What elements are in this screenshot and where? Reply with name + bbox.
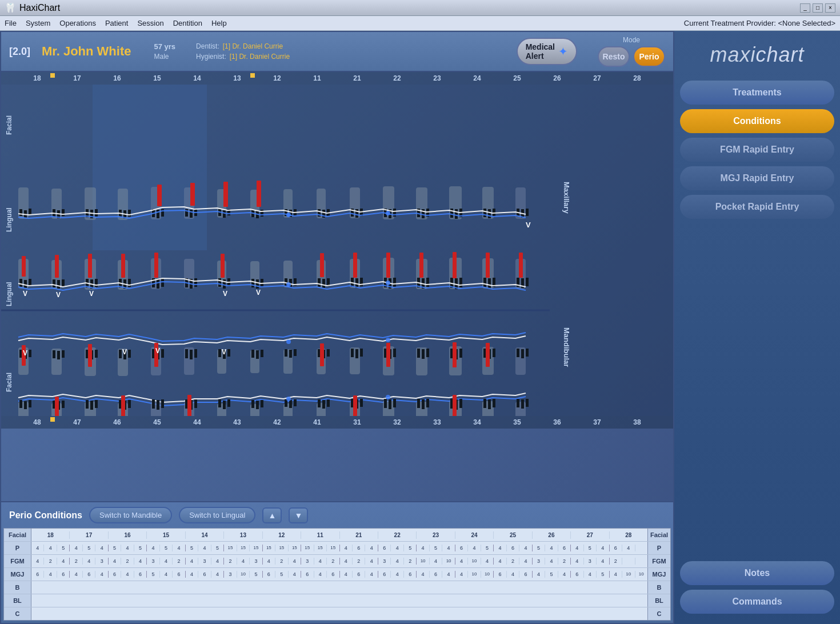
tooth-33[interactable]: 33	[417, 418, 457, 426]
tooth-12[interactable]: 12	[257, 74, 297, 82]
treatments-button[interactable]: Treatments	[680, 81, 834, 105]
menu-session[interactable]: Session	[137, 19, 163, 27]
chart-area: [2.0] Mr. John White 57 yrs Male Dentist…	[0, 31, 674, 624]
tooth-31[interactable]: 31	[337, 418, 377, 426]
tooth-26[interactable]: 26	[537, 74, 577, 82]
tooth-32[interactable]: 32	[377, 418, 417, 426]
svg-rect-208	[426, 349, 429, 357]
tooth-18[interactable]: 18	[17, 74, 57, 82]
tooth-25[interactable]: 25	[497, 74, 537, 82]
tooth-21[interactable]: 21	[337, 74, 377, 82]
svg-rect-261	[227, 399, 230, 407]
menu-operations[interactable]: Operations	[59, 19, 96, 27]
svg-rect-273	[360, 399, 363, 407]
grid-header-row: Facial 18 17 16 15 14 13 12 11 21 22	[4, 529, 670, 542]
svg-rect-192	[256, 350, 259, 359]
tooth-24[interactable]: 24	[457, 74, 497, 82]
mode-perio-button[interactable]: Perio	[633, 46, 665, 67]
svg-rect-109	[194, 278, 197, 287]
tooth-14[interactable]: 14	[177, 74, 217, 82]
tooth-48[interactable]: 48	[17, 418, 57, 426]
fgm-rapid-entry-button[interactable]: FGM Rapid Entry	[680, 138, 834, 162]
tooth-44[interactable]: 44	[177, 418, 217, 426]
grid-c-label: C	[4, 607, 31, 620]
svg-rect-216	[521, 349, 524, 358]
menu-file[interactable]: File	[5, 19, 17, 27]
svg-rect-66	[483, 209, 486, 217]
close-button[interactable]: ×	[825, 3, 835, 13]
tooth-42[interactable]: 42	[257, 418, 297, 426]
svg-rect-279	[426, 399, 429, 407]
perio-down-button[interactable]: ▼	[289, 507, 308, 523]
tooth-47[interactable]: 47	[57, 418, 97, 426]
svg-rect-270	[327, 399, 330, 407]
hygienist-value: [1] Dr. Daniel Currie	[230, 53, 290, 61]
tooth-41[interactable]: 41	[297, 418, 337, 426]
commands-button[interactable]: Commands	[680, 590, 834, 614]
svg-rect-269	[322, 400, 325, 409]
logo-text: maxi	[710, 43, 755, 66]
svg-rect-114	[256, 279, 259, 289]
grid-bl-row: BL BL	[4, 594, 670, 607]
tooth-37[interactable]: 37	[577, 418, 617, 426]
notes-button[interactable]: Notes	[680, 561, 834, 585]
tooth-43[interactable]: 43	[217, 418, 257, 426]
svg-rect-179	[119, 350, 122, 358]
svg-rect-262	[251, 400, 254, 408]
medical-alert-button[interactable]: MedicalAlert ✦	[517, 38, 577, 65]
conditions-button[interactable]: Conditions	[680, 109, 834, 133]
svg-rect-211	[459, 349, 462, 358]
svg-rect-149	[419, 253, 423, 278]
svg-rect-97	[62, 279, 65, 287]
pocket-rapid-entry-button[interactable]: Pocket Rapid Entry	[680, 195, 834, 219]
menu-dentition[interactable]: Dentition	[173, 19, 202, 27]
svg-rect-143	[121, 254, 125, 278]
window-controls: _ □ ×	[800, 3, 835, 13]
mgj-rapid-entry-button[interactable]: MGJ Rapid Entry	[680, 166, 834, 190]
grid-bl-right-label: BL	[647, 594, 670, 607]
svg-rect-145	[221, 254, 225, 278]
svg-rect-40	[190, 210, 193, 218]
svg-text:V: V	[122, 348, 127, 356]
tooth-46[interactable]: 46	[97, 418, 137, 426]
mode-resto-button[interactable]: Resto	[598, 46, 630, 67]
svg-rect-96	[57, 280, 60, 289]
hygienist-label: Hygienist:	[196, 53, 226, 61]
svg-point-297	[386, 281, 390, 285]
menu-help[interactable]: Help	[211, 19, 227, 27]
tooth-13[interactable]: 13	[217, 74, 257, 82]
svg-rect-141	[55, 255, 59, 278]
maximize-button[interactable]: □	[813, 3, 823, 13]
tooth-36[interactable]: 36	[537, 418, 577, 426]
svg-rect-277	[417, 399, 420, 408]
tooth-23[interactable]: 23	[417, 74, 457, 82]
tooth-45[interactable]: 45	[137, 418, 177, 426]
svg-rect-248	[90, 401, 93, 410]
tooth-35[interactable]: 35	[497, 418, 537, 426]
svg-rect-105	[157, 279, 159, 289]
switch-mandible-button[interactable]: Switch to Mandible	[89, 507, 172, 523]
svg-rect-207	[422, 349, 425, 359]
svg-text:V: V	[23, 290, 27, 298]
tooth-38[interactable]: 38	[617, 418, 657, 426]
tooth-17[interactable]: 17	[57, 74, 97, 82]
perio-up-button[interactable]: ▲	[262, 507, 282, 523]
tooth-34[interactable]: 34	[457, 418, 497, 426]
svg-rect-174	[57, 351, 60, 359]
grid-c-row: C C	[4, 607, 670, 620]
menu-patient[interactable]: Patient	[105, 19, 128, 27]
minimize-button[interactable]: _	[800, 3, 810, 13]
tooth-22[interactable]: 22	[377, 74, 417, 82]
tooth-27[interactable]: 27	[577, 74, 617, 82]
tooth-11[interactable]: 11	[297, 74, 337, 82]
switch-lingual-button[interactable]: Switch to Lingual	[179, 507, 255, 523]
svg-rect-291	[187, 395, 191, 416]
tooth-16[interactable]: 16	[97, 74, 137, 82]
menu-system[interactable]: System	[26, 19, 50, 27]
tooth-15[interactable]: 15	[137, 74, 177, 82]
tooth-28[interactable]: 28	[617, 74, 657, 82]
grid-fgm-right-label: FGM	[647, 555, 670, 567]
svg-rect-35	[128, 210, 131, 217]
dentist-value: [1] Dr. Daniel Currie	[223, 42, 283, 50]
svg-rect-140	[22, 256, 26, 277]
